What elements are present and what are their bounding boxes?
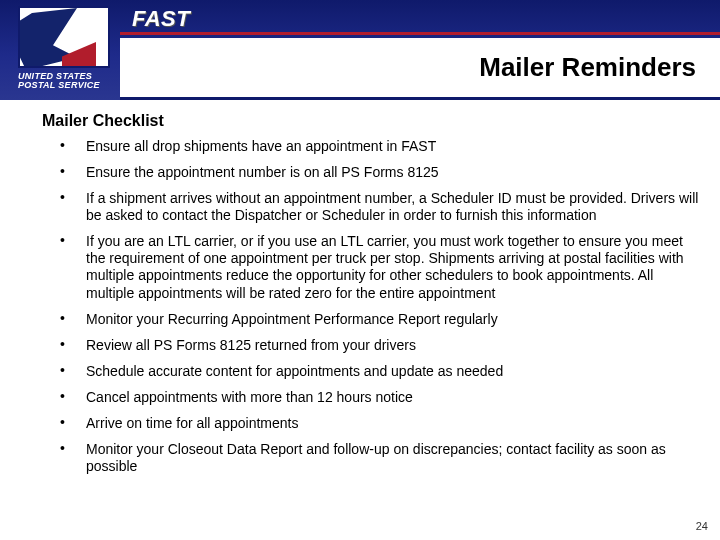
section-heading: Mailer Checklist <box>42 112 700 130</box>
slide-header: UNITED STATES POSTAL SERVICE FAST Mailer… <box>0 0 720 100</box>
list-item: Monitor your Recurring Appointment Perfo… <box>42 311 700 328</box>
list-item: Ensure the appointment number is on all … <box>42 164 700 181</box>
slide: UNITED STATES POSTAL SERVICE FAST Mailer… <box>0 0 720 540</box>
page-number: 24 <box>696 520 708 532</box>
org-line-2: POSTAL SERVICE <box>18 81 110 90</box>
list-item: If a shipment arrives without an appoint… <box>42 190 700 224</box>
usps-eagle-icon <box>18 6 110 68</box>
list-item: Arrive on time for all appointments <box>42 415 700 432</box>
slide-body: Mailer Checklist Ensure all drop shipmen… <box>0 100 720 475</box>
app-title: FAST <box>132 6 190 32</box>
list-item: If you are an LTL carrier, or if you use… <box>42 233 700 301</box>
subtitle-bar: Mailer Reminders <box>120 38 720 100</box>
list-item: Cancel appointments with more than 12 ho… <box>42 389 700 406</box>
list-item: Monitor your Closeout Data Report and fo… <box>42 441 700 475</box>
checklist: Ensure all drop shipments have an appoin… <box>42 138 700 475</box>
slide-title: Mailer Reminders <box>479 52 696 83</box>
list-item: Review all PS Forms 8125 returned from y… <box>42 337 700 354</box>
list-item: Ensure all drop shipments have an appoin… <box>42 138 700 155</box>
list-item: Schedule accurate content for appointmen… <box>42 363 700 380</box>
divider-red <box>120 32 720 35</box>
usps-logo: UNITED STATES POSTAL SERVICE <box>18 6 110 91</box>
